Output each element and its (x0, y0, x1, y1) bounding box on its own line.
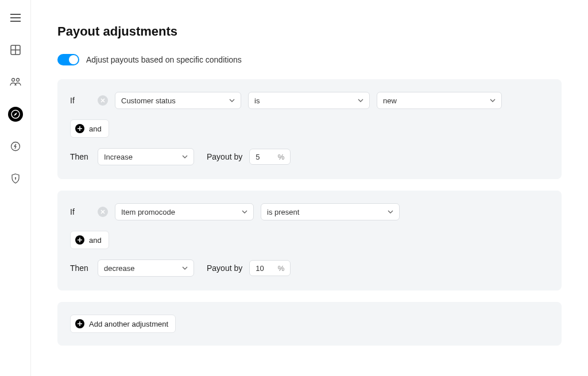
operator-select[interactable]: is present (261, 203, 400, 220)
chevron-down-icon (182, 155, 188, 158)
rule-card: If Item promocode is present and Then (57, 191, 562, 290)
amount-input[interactable]: 5 % (249, 149, 291, 165)
shield-icon[interactable] (8, 171, 23, 186)
percent-unit: % (278, 153, 285, 161)
attribute-value: Item promocode (121, 208, 175, 216)
action-value: Increase (104, 153, 133, 161)
payout-by-label: Payout by (207, 263, 242, 273)
attribute-value: Customer status (121, 96, 176, 105)
add-rule-card: Add another adjustment (57, 302, 562, 346)
add-another-label: Add another adjustment (89, 320, 168, 328)
action-select[interactable]: decrease (98, 259, 194, 277)
remove-condition-button[interactable] (98, 95, 108, 106)
then-label: Then (70, 152, 91, 161)
if-label: If (70, 207, 91, 216)
users-icon[interactable] (8, 75, 23, 90)
operator-value: is (254, 96, 260, 105)
attribute-select[interactable]: Item promocode (115, 203, 254, 220)
action-value: decrease (104, 264, 134, 273)
svg-point-1 (11, 79, 14, 82)
operator-value: is present (267, 208, 299, 216)
operator-select[interactable]: is (248, 92, 370, 109)
adjustments-toggle[interactable] (57, 54, 79, 65)
dashboard-icon[interactable] (8, 42, 23, 57)
payout-by-label: Payout by (207, 152, 242, 161)
compass-icon[interactable] (8, 107, 23, 122)
add-another-adjustment-button[interactable]: Add another adjustment (70, 315, 176, 333)
add-and-condition-button[interactable]: and (70, 119, 109, 138)
chevron-down-icon (182, 266, 188, 270)
remove-condition-button[interactable] (98, 207, 108, 217)
page-title: Payout adjustments (57, 24, 562, 39)
chevron-down-icon (388, 210, 393, 214)
sidebar (0, 0, 31, 376)
menu-icon[interactable] (8, 10, 23, 25)
svg-point-5 (14, 177, 16, 179)
plus-icon (75, 319, 84, 328)
value-select[interactable]: new (377, 92, 502, 109)
action-select[interactable]: Increase (98, 148, 194, 165)
main-content: Payout adjustments Adjust payouts based … (31, 0, 588, 376)
and-label: and (89, 125, 102, 133)
then-label: Then (70, 263, 91, 273)
lightning-icon[interactable] (8, 139, 23, 154)
amount-value: 5 (256, 153, 260, 161)
chevron-down-icon (242, 210, 247, 214)
svg-point-2 (16, 79, 19, 82)
plus-icon (75, 235, 84, 245)
if-label: If (70, 96, 91, 105)
and-label: and (89, 236, 102, 245)
percent-unit: % (278, 264, 285, 273)
amount-value: 10 (256, 264, 264, 273)
plus-icon (75, 124, 84, 133)
chevron-down-icon (490, 99, 496, 102)
toggle-label: Adjust payouts based on specific conditi… (86, 55, 242, 64)
chevron-down-icon (229, 99, 235, 102)
value-text: new (383, 96, 397, 105)
toggle-row: Adjust payouts based on specific conditi… (57, 54, 562, 65)
add-and-condition-button[interactable]: and (70, 231, 109, 249)
rule-card: If Customer status is new and (57, 79, 562, 179)
chevron-down-icon (358, 99, 363, 102)
amount-input[interactable]: 10 % (249, 260, 291, 276)
attribute-select[interactable]: Customer status (115, 92, 241, 109)
